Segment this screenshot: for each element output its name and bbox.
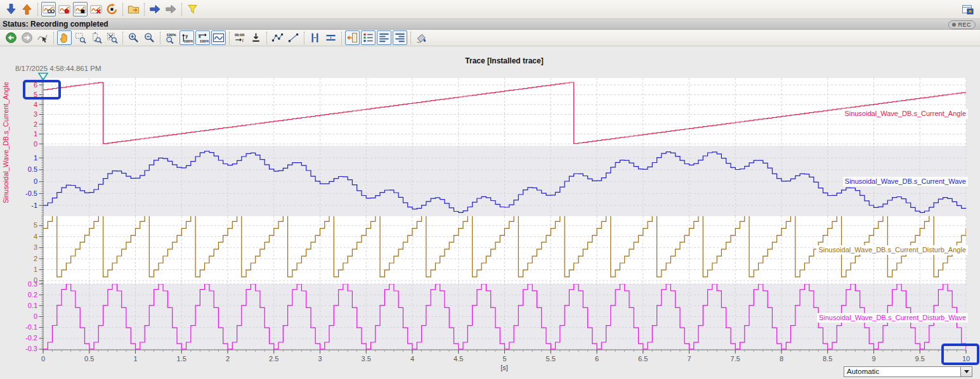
transfer-from-device-icon	[21, 3, 33, 15]
svg-text:1.5: 1.5	[177, 355, 186, 363]
toolbar-separator	[266, 32, 267, 44]
svg-text:-0.3: -0.3	[25, 345, 37, 352]
zoom-out-button[interactable]	[142, 30, 157, 45]
legend-left-button[interactable]	[377, 30, 391, 45]
back-icon	[5, 32, 17, 44]
transfer-to-device-button[interactable]	[4, 2, 18, 16]
pan-button[interactable]	[57, 30, 72, 45]
show-samples-button[interactable]	[270, 30, 285, 45]
series-label-current-disturb-angle[interactable]: Sinusoidal_Wave_DB.s_Current_Disturb_Ang…	[816, 245, 968, 255]
zoom-x-100-icon: x100%	[197, 32, 209, 44]
zoom-vertical-icon	[90, 32, 102, 44]
svg-text:3.5: 3.5	[362, 355, 371, 363]
zoom-in-icon	[127, 32, 140, 44]
svg-text:7.5: 7.5	[731, 355, 740, 363]
transfer-from-device-button[interactable]	[20, 2, 34, 16]
show-interpolated-button[interactable]	[286, 30, 301, 45]
export-measurement-icon	[149, 3, 161, 15]
toolbar-separator	[122, 32, 123, 44]
show-legend-button[interactable]	[361, 30, 376, 45]
legend-left-icon	[378, 32, 390, 44]
time-axis-mode-dropdown-button[interactable]	[960, 367, 972, 376]
undock-view-button[interactable]	[345, 30, 360, 45]
chevron-down-icon	[964, 370, 969, 373]
toolbar-separator	[37, 3, 38, 16]
curve-pointer-button[interactable]	[36, 30, 50, 45]
align-time-button[interactable]: 00:00t	[233, 30, 247, 45]
system-window-button[interactable]	[962, 3, 974, 16]
align-time-icon: 00:00t	[234, 32, 246, 44]
show-samples-icon	[271, 32, 284, 44]
apply-sampling-button[interactable]	[249, 30, 263, 45]
chart-toolbar-buttons: 100%y100%x100%00:00t	[3, 30, 429, 45]
trace-toolbar-buttons	[3, 2, 200, 16]
svg-text:0: 0	[34, 312, 37, 320]
rec-indicator: REC	[948, 20, 976, 29]
save-measurement-button[interactable]	[126, 2, 141, 16]
toolbar-separator	[144, 3, 145, 16]
horizontal-rulers-button[interactable]	[323, 30, 338, 45]
monitor-on-off-button[interactable]	[41, 2, 56, 16]
svg-text:t: t	[242, 37, 244, 43]
y-axis-signal-label: Sinusoidal_Wave_DB.s_Current_Angle	[2, 82, 10, 203]
highlight-box-x-max	[941, 344, 979, 365]
stop-recording-button[interactable]	[73, 2, 88, 16]
svg-text:y: y	[185, 34, 188, 39]
fit-curves-button[interactable]	[211, 30, 226, 45]
toolbar-separator	[122, 3, 123, 16]
toolbar-separator	[410, 32, 411, 44]
series-label-current-angle[interactable]: Sinusoidal_Wave_DB.s_Current_Angle	[842, 109, 968, 119]
svg-text:1: 1	[34, 266, 37, 273]
svg-text:0.3: 0.3	[28, 280, 37, 288]
monitor-on-off-icon	[42, 3, 55, 15]
stop-recording-icon	[74, 3, 86, 15]
filter-icon	[186, 3, 199, 15]
trace-chart-area: 8/17/2025 4:58:44.861 PM Trace [Installe…	[0, 46, 980, 379]
horizontal-rulers-icon	[325, 32, 337, 44]
export-measurement-button[interactable]	[148, 2, 162, 16]
svg-text:5.5: 5.5	[546, 355, 556, 363]
zoom-100-button[interactable]: 100%	[164, 30, 178, 45]
trace-window: Status: Recording completed REC 100%y100…	[0, 0, 980, 379]
svg-text:3: 3	[34, 243, 37, 251]
trace-plot-canvas[interactable]: 012345610.50-0.5-10123450.30.20.10-0.1-0…	[0, 46, 980, 379]
export-measurement-alt-button[interactable]	[164, 2, 178, 16]
rec-label: REC	[958, 22, 971, 28]
time-axis-mode-select[interactable]: Automatic	[844, 366, 972, 377]
trace-toolbar	[0, 0, 980, 19]
background-color-button[interactable]	[414, 30, 429, 45]
svg-text:3: 3	[318, 355, 322, 363]
svg-text:8: 8	[780, 355, 783, 363]
forward-icon	[21, 32, 33, 44]
zoom-vertical-button[interactable]	[89, 30, 103, 45]
auto-repeat-button[interactable]	[105, 2, 119, 16]
zoom-area-button[interactable]	[73, 30, 88, 45]
svg-text:0.5: 0.5	[28, 165, 37, 173]
forward-button[interactable]	[20, 30, 34, 45]
zoom-y-100-button[interactable]: y100%	[180, 30, 194, 45]
x-axis-unit-label: [s]	[500, 364, 508, 371]
rec-dot-icon	[952, 23, 956, 27]
svg-text:100%: 100%	[200, 39, 209, 43]
series-label-current-wave[interactable]: Sinusoidal_Wave_DB.s_Current_Wave	[843, 177, 968, 186]
start-recording-button[interactable]	[57, 2, 72, 16]
legend-right-button[interactable]	[393, 30, 407, 45]
svg-text:2: 2	[34, 120, 37, 128]
show-legend-icon	[362, 32, 374, 44]
back-button[interactable]	[4, 30, 18, 45]
series-label-current-disturb-wave[interactable]: Sinusoidal_Wave_DB.s_Current_Disturb_Wav…	[817, 313, 968, 323]
curve-pointer-icon	[37, 32, 49, 44]
svg-text:100%: 100%	[166, 33, 176, 37]
discard-recording-button[interactable]	[89, 2, 103, 16]
zoom-horizontal-vertical-button[interactable]	[105, 30, 119, 45]
chart-toolbar: 100%y100%x100%00:00t	[0, 30, 980, 46]
zoom-area-icon	[74, 32, 86, 44]
discard-recording-icon	[90, 3, 102, 15]
svg-text:5: 5	[502, 355, 506, 363]
svg-text:4: 4	[34, 101, 37, 108]
status-text: Status: Recording completed	[0, 20, 108, 29]
zoom-in-button[interactable]	[126, 30, 141, 45]
zoom-x-100-button[interactable]: x100%	[195, 30, 210, 45]
filter-button[interactable]	[185, 2, 200, 16]
vertical-rulers-button[interactable]	[308, 30, 322, 45]
